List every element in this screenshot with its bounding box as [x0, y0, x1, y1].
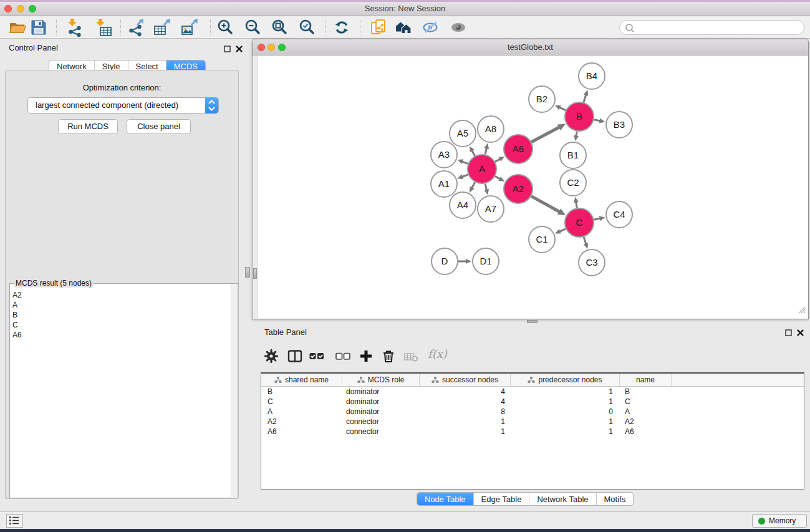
splitter-grip[interactable]	[527, 320, 538, 323]
result-list-item[interactable]: B	[12, 310, 229, 320]
cell[interactable]: dominator	[342, 407, 420, 417]
network-document-icon[interactable]	[370, 18, 388, 37]
cell[interactable]: A2	[620, 417, 672, 427]
tab-network-table[interactable]: Network Table	[529, 493, 595, 505]
network-canvas[interactable]: B4B2BB3A5A8A6A3B1AA1C2A2A4A7CC4C1C3DD1	[253, 56, 808, 318]
column-header-name[interactable]: name	[620, 374, 672, 386]
cell[interactable]: A6	[620, 427, 672, 437]
cell[interactable]: dominator	[342, 397, 420, 407]
zoom-fit-icon[interactable]	[270, 18, 289, 37]
cell[interactable]: 4	[420, 397, 511, 407]
result-list-item[interactable]: A	[12, 300, 229, 310]
graph-node-C4[interactable]: C4	[606, 201, 632, 228]
run-mcds-button[interactable]: Run MCDS	[58, 119, 118, 134]
cell[interactable]: dominator	[342, 387, 420, 397]
criterion-dropdown[interactable]: largest connected component (directed)	[27, 97, 219, 114]
resize-grip-icon[interactable]	[797, 305, 806, 316]
cell[interactable]: A6	[261, 427, 342, 437]
control-panel-float-icon[interactable]	[223, 44, 232, 53]
refresh-icon[interactable]	[332, 18, 351, 37]
graph-node-B1[interactable]: B1	[560, 142, 586, 168]
graph-edge-B-B4[interactable]	[584, 90, 589, 102]
graph-node-A[interactable]: A	[468, 155, 496, 183]
graph-node-D1[interactable]: D1	[473, 248, 499, 274]
network-zoom-button[interactable]	[278, 44, 286, 51]
graph-node-A6[interactable]: A6	[504, 135, 533, 163]
graph-node-A4[interactable]: A4	[450, 192, 476, 218]
graph-edge-A-A7[interactable]	[484, 183, 489, 195]
table-panel-float-icon[interactable]	[784, 328, 793, 337]
cell[interactable]: 1	[511, 417, 620, 427]
graph-node-D[interactable]: D	[432, 248, 458, 274]
graph-node-A7[interactable]: A7	[478, 196, 504, 222]
import-network-icon[interactable]	[65, 18, 84, 37]
vertical-splitter[interactable]	[243, 39, 252, 511]
graph-node-C1[interactable]: C1	[529, 226, 555, 253]
graph-edge-B-B3[interactable]	[594, 118, 605, 123]
cell[interactable]: 1	[511, 397, 620, 407]
network-graph[interactable]: B4B2BB3A5A8A6A3B1AA1C2A2A4A7CC4C1C3DD1	[258, 56, 809, 319]
cell[interactable]: 1	[420, 427, 511, 437]
cell[interactable]: A	[620, 407, 672, 417]
result-list-item[interactable]: A2	[12, 290, 229, 300]
graph-edge-A-A6[interactable]	[495, 157, 504, 162]
close-panel-button[interactable]: Close panel	[127, 119, 191, 134]
mcds-result-scrollbar[interactable]	[231, 284, 237, 497]
memory-button[interactable]: Memory	[752, 514, 807, 528]
graph-node-A1[interactable]: A1	[431, 171, 457, 197]
graph-node-A2[interactable]: A2	[504, 175, 533, 203]
eye-slash-icon[interactable]	[421, 18, 440, 37]
task-history-button[interactable]	[6, 514, 23, 528]
graph-node-A5[interactable]: A5	[450, 120, 476, 147]
graph-edge-B-B1[interactable]	[574, 132, 579, 142]
tab-edge-table[interactable]: Edge Table	[473, 493, 529, 505]
cell[interactable]: 0	[511, 407, 620, 417]
export-image-icon[interactable]	[181, 18, 200, 37]
search-input[interactable]	[637, 22, 798, 34]
graph-node-B4[interactable]: B4	[579, 63, 605, 89]
import-table-icon[interactable]	[94, 18, 112, 37]
graph-node-B[interactable]: B	[565, 102, 594, 131]
column-header-predecessor-nodes[interactable]: predecessor nodes	[511, 374, 620, 386]
graph-edge-C-C1[interactable]	[555, 229, 566, 234]
result-list-item[interactable]: A6	[12, 330, 229, 340]
cell[interactable]: B	[620, 387, 672, 397]
table-row[interactable]: A6connector11A6	[261, 427, 804, 437]
export-network-icon[interactable]	[127, 18, 145, 37]
zoom-in-icon[interactable]	[216, 18, 234, 37]
delete-table-icon[interactable]	[403, 347, 420, 365]
add-column-icon[interactable]	[357, 347, 375, 365]
control-panel-close-icon[interactable]	[235, 44, 244, 53]
graph-edge-A-A8[interactable]	[484, 143, 489, 154]
cell[interactable]: 1	[511, 387, 620, 397]
cell[interactable]: connector	[342, 427, 420, 437]
network-window-titlebar[interactable]: testGlobe.txt	[253, 39, 808, 56]
cell[interactable]: 4	[420, 387, 511, 397]
horizontal-splitter[interactable]	[252, 319, 810, 324]
table-row[interactable]: Bdominator41B	[261, 387, 804, 397]
open-session-icon[interactable]	[8, 18, 27, 37]
zoom-out-icon[interactable]	[243, 18, 262, 37]
graph-edge-A-A1[interactable]	[457, 175, 468, 179]
houses-icon[interactable]	[394, 18, 413, 37]
mcds-result-list[interactable]: A2ABCA6	[12, 290, 229, 495]
save-session-icon[interactable]	[29, 18, 48, 37]
graph-edge-A-A4[interactable]	[470, 182, 475, 193]
graph-node-A8[interactable]: A8	[478, 116, 504, 142]
network-left-gutter[interactable]	[253, 56, 258, 318]
export-table-icon[interactable]	[153, 18, 172, 37]
tab-motifs[interactable]: Motifs	[596, 493, 634, 505]
function-builder-icon[interactable]: f(x)	[428, 347, 447, 360]
graph-edge-C-C2[interactable]	[574, 197, 579, 208]
cell[interactable]: 8	[420, 407, 511, 417]
table-row[interactable]: A2connector11A2	[261, 417, 804, 427]
graph-edge-D-D1[interactable]	[458, 259, 471, 264]
delete-column-trash-icon[interactable]	[380, 347, 397, 365]
deselect-all-icon[interactable]	[334, 347, 352, 365]
result-list-item[interactable]: C	[12, 320, 229, 330]
graph-edge-A6-B[interactable]	[531, 124, 566, 142]
splitter-grip[interactable]	[245, 267, 250, 278]
column-header-mcds-role[interactable]: MCDS role	[342, 374, 420, 386]
cell[interactable]: B	[261, 387, 342, 397]
close-window-button[interactable]	[4, 5, 12, 12]
